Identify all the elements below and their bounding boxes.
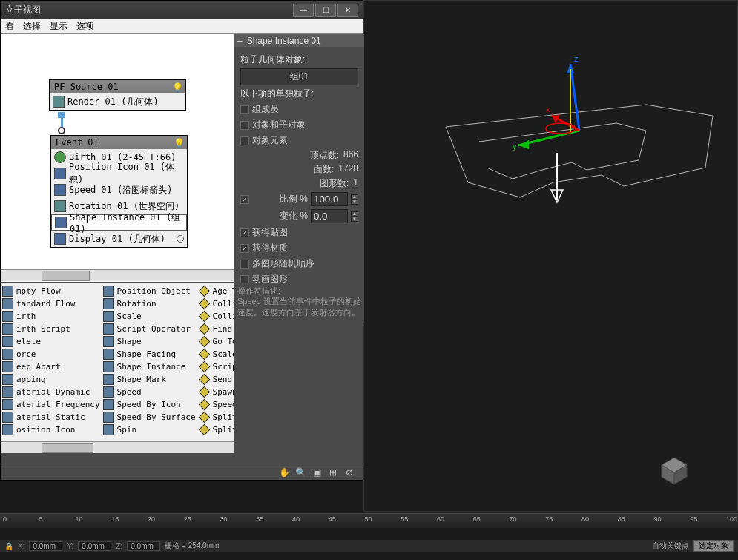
zoom-region-icon[interactable]: ▣ (311, 467, 323, 478)
depot-h-scrollbar[interactable] (1, 441, 234, 453)
collapse-icon[interactable]: – (237, 36, 243, 46)
depot-item-label: Spawn (213, 387, 234, 397)
depot-item[interactable]: Speed (103, 386, 196, 398)
keyfilter-button[interactable]: 选定对象 (693, 540, 734, 552)
render-op[interactable]: Render 01 (几何体) (50, 93, 185, 110)
depot-item[interactable]: irth (2, 310, 100, 323)
menu-display[interactable]: 显示 (50, 20, 67, 33)
position-op[interactable]: Position Icon 01 (体积) (51, 165, 187, 182)
depot-item[interactable]: Speed Tes (199, 398, 234, 411)
depot-item[interactable]: mpty Flow (2, 285, 100, 297)
depot-item[interactable]: Age Test (199, 285, 234, 297)
bulb-icon[interactable]: 💡 (172, 82, 181, 91)
depot-item[interactable]: Shape Facing (103, 348, 196, 360)
tick-label: 100 (726, 515, 737, 523)
minimize-button[interactable]: — (293, 4, 314, 17)
bulb-icon[interactable]: 💡 (174, 138, 182, 147)
chk-member[interactable] (240, 105, 249, 114)
menu-select[interactable]: 选择 (23, 20, 41, 33)
scrollbar-thumb[interactable] (42, 271, 90, 281)
depot-item[interactable]: Speed By Surface (103, 411, 196, 424)
var-input[interactable] (311, 209, 348, 223)
menu-options[interactable]: 选项 (76, 20, 94, 33)
depot-item[interactable]: Split Amo (199, 411, 234, 424)
geom-obj-field[interactable]: 组01 (240, 68, 358, 85)
spinup-icon[interactable]: ▲ (351, 211, 358, 217)
scrollbar-thumb[interactable] (42, 443, 93, 453)
depot-item[interactable]: Position Object (103, 285, 196, 297)
depot-item[interactable]: Shape Instance (103, 360, 196, 373)
depot-item[interactable]: Shape Mark (103, 373, 196, 386)
display-toggle-icon[interactable] (177, 235, 184, 243)
menu-edit[interactable]: 看 (5, 20, 14, 33)
depot-item[interactable]: orce (2, 348, 100, 360)
viewcube[interactable] (656, 452, 693, 489)
depot-item[interactable]: Collision (199, 310, 234, 323)
operator-icon (2, 311, 13, 322)
depot-item[interactable]: osition Icon (2, 424, 100, 436)
depot-item[interactable]: Collision (199, 297, 234, 310)
pan-icon[interactable]: ✋ (278, 467, 290, 478)
depot-item[interactable]: Send Out (199, 373, 234, 386)
depot-item[interactable]: irth Script (2, 323, 100, 335)
no-zoom-icon[interactable]: ⊘ (343, 467, 355, 478)
depot-item[interactable]: apping (2, 373, 100, 386)
chk-elem[interactable] (240, 136, 249, 145)
y-value[interactable]: 0.0mm (78, 541, 111, 551)
zoom-extents-icon[interactable]: ⊞ (327, 467, 339, 478)
shape-instance-op[interactable]: Shape Instance 01 (组01) (51, 214, 187, 231)
depot-item[interactable]: Go To Rot (199, 335, 234, 348)
depot-item[interactable]: Rotation (103, 297, 196, 310)
zoom-icon[interactable]: 🔍 (294, 467, 306, 478)
scale-input[interactable] (311, 192, 348, 206)
axis-lock-icon[interactable]: 🔒 (4, 542, 13, 550)
depot-item[interactable]: Speed By Icon (103, 398, 196, 411)
depot-item[interactable]: Split Sel (199, 424, 234, 436)
props-title[interactable]: –Shape Instance 01 (234, 34, 364, 47)
event-node[interactable]: Event 01 💡 Birth 01 (2-45 T:66) Position… (50, 135, 188, 248)
speed-op[interactable]: Speed 01 (沿图标箭头) (51, 182, 187, 198)
depot-item[interactable]: eep Apart (2, 360, 100, 373)
chk-rand[interactable] (240, 260, 249, 269)
input-connector[interactable] (58, 127, 65, 134)
vtx-label: 顶点数: (310, 149, 339, 162)
chk-scale[interactable] (240, 195, 249, 204)
z-value[interactable]: 0.0mm (127, 541, 160, 551)
autokey-button[interactable]: 自动关键点 (652, 541, 689, 551)
shape-label: Shape Instance 01 (组01) (70, 211, 183, 234)
spindown-icon[interactable]: ▼ (351, 217, 358, 222)
titlebar[interactable]: 立子视图 — ☐ ✕ (1, 1, 363, 19)
depot-item[interactable]: Shape (103, 335, 196, 348)
viewport-3d[interactable]: z y x (363, 0, 738, 512)
pf-source-node[interactable]: PF Source 01 💡 Render 01 (几何体) (49, 79, 186, 111)
depot-item[interactable]: Scale (103, 310, 196, 323)
chk-child[interactable] (240, 121, 249, 130)
pf-source-head[interactable]: PF Source 01 💡 (50, 80, 185, 93)
depot-item[interactable]: Spawn (199, 386, 234, 398)
depot-item[interactable]: aterial Static (2, 411, 100, 424)
depot-item[interactable]: aterial Frequency (2, 398, 100, 411)
spindown-icon[interactable]: ▼ (351, 200, 358, 205)
depot-item[interactable]: aterial Dynamic (2, 386, 100, 398)
depot-item[interactable]: Spin (103, 424, 196, 436)
depot-item[interactable]: Script Operator (103, 323, 196, 335)
canvas-h-scrollbar[interactable] (1, 269, 234, 281)
event-head[interactable]: Event 01 💡 (51, 136, 187, 149)
time-ruler[interactable]: 0510152025303540455055606570758085909510… (0, 513, 738, 528)
tick-label: 45 (329, 515, 336, 523)
event-title: Event 01 (56, 137, 99, 148)
chk-getmap[interactable] (240, 228, 249, 237)
flow-canvas[interactable]: PF Source 01 💡 Render 01 (几何体) Event 01 … (1, 34, 234, 282)
maximize-button[interactable]: ☐ (315, 4, 336, 17)
chk-getmat[interactable] (240, 244, 249, 253)
x-value[interactable]: 0.0mm (29, 541, 62, 551)
depot-item[interactable]: tandard Flow (2, 297, 100, 310)
time-slider[interactable] (0, 528, 738, 540)
spinup-icon[interactable]: ▲ (351, 194, 358, 200)
close-button[interactable]: ✕ (337, 4, 358, 17)
depot-item[interactable]: Script Te (199, 360, 234, 373)
geom-obj-label: 粒子几何体对象: (240, 53, 358, 66)
depot-item[interactable]: elete (2, 335, 100, 348)
depot-item[interactable]: Find Targ (199, 323, 234, 335)
depot-item[interactable]: Scale Tes (199, 348, 234, 360)
